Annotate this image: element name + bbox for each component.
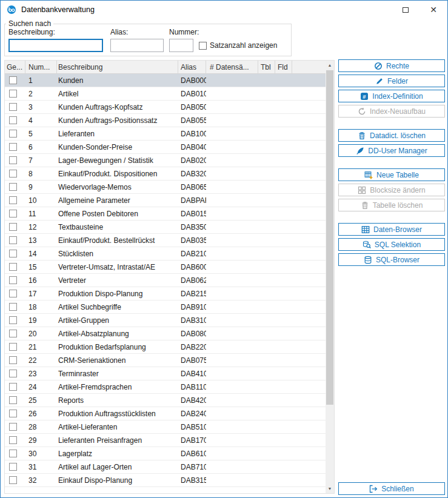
table-row[interactable]: 1 Kunden DAB000	[5, 74, 334, 87]
row-checkbox[interactable]	[9, 343, 17, 351]
row-checkbox[interactable]	[9, 223, 17, 231]
row-checkbox[interactable]	[9, 383, 17, 391]
neue-tabelle-button[interactable]: Neue Tabelle	[338, 168, 445, 181]
table-row[interactable]: 10 Allgemeine Parameter DABPAR	[5, 194, 334, 207]
alias-input[interactable]	[110, 39, 164, 52]
dd-user-manager-button[interactable]: DD-User Manager	[338, 144, 445, 157]
table-row[interactable]: 14 Stücklisten DAB210	[5, 247, 334, 261]
table-row[interactable]: 18 Artikel Suchbegriffe DAB910	[5, 300, 334, 314]
row-checkbox[interactable]	[9, 476, 17, 484]
table-row[interactable]: 13 Einkauf/Produkt. Bestellrückst DAB035	[5, 234, 334, 247]
daten-browser-button[interactable]: Daten-Browser	[338, 223, 445, 236]
table-row[interactable]: 8 Einkauf/Produkt. Dispositionen DAB320	[5, 167, 334, 181]
row-checkbox[interactable]	[9, 156, 17, 164]
row-checkbox[interactable]	[9, 450, 17, 457]
table-row[interactable]: 11 Offene Posten Debitoren DAB015	[5, 207, 334, 221]
nummer-input[interactable]	[169, 39, 193, 52]
table-row[interactable]: 15 Vertreter-Umsatz, Intrastat/AE DAB600	[5, 261, 334, 274]
beschreibung-input[interactable]	[8, 39, 103, 52]
table-row[interactable]: 25 Reports DAB420	[5, 394, 334, 407]
row-number-cell: 12	[25, 223, 57, 231]
table-row[interactable]: 30 Lagerplatz DAB610	[5, 447, 334, 460]
table-row[interactable]: 17 Produktion Dispo-Planung DAB215	[5, 287, 334, 300]
table-row[interactable]: 26 Produktion Auftragsstücklisten DAB240	[5, 407, 334, 420]
sql-browser-button[interactable]: SQL-Browser	[338, 253, 445, 266]
satzanzahl-checkbox[interactable]	[199, 42, 207, 50]
column-header-nummer[interactable]: Num...	[25, 61, 57, 73]
table-row[interactable]: 19 Artikel-Gruppen DAB310	[5, 314, 334, 327]
row-checkbox[interactable]	[9, 130, 17, 138]
row-checkbox[interactable]	[9, 196, 17, 204]
sql-selektion-button[interactable]: SQL Selektion	[338, 238, 445, 251]
maximize-button[interactable]	[392, 1, 420, 19]
table-row[interactable]: 6 Kunden-Sonder-Preise DAB040	[5, 141, 334, 154]
table-row[interactable]: 32 Einkauf Dispo-Planung DAB315	[5, 474, 334, 487]
row-checkbox[interactable]	[9, 183, 17, 191]
row-beschreibung-cell: Wiedervorlage-Memos	[57, 183, 178, 191]
row-alias-cell: DAB210	[178, 250, 206, 258]
rechte-button[interactable]: Rechte	[338, 59, 445, 72]
scroll-down-arrow-icon[interactable]: ▼	[326, 484, 334, 493]
row-checkbox[interactable]	[9, 116, 17, 124]
schliessen-button[interactable]: Schließen	[338, 482, 445, 495]
close-window-button[interactable]: ✕	[420, 1, 447, 19]
row-checkbox[interactable]	[9, 410, 17, 417]
row-checkbox[interactable]	[9, 316, 17, 324]
felder-button[interactable]: Felder	[338, 75, 445, 87]
row-checkbox[interactable]	[9, 330, 17, 337]
column-header-beschreibung[interactable]: Beschreibung	[57, 61, 178, 73]
column-header-tbl[interactable]: Tbl	[258, 61, 275, 73]
scroll-up-arrow-icon[interactable]: ▲	[326, 61, 334, 70]
row-alias-cell: DAB062	[178, 276, 206, 285]
table-row[interactable]: 31 Artikel auf Lager-Orten DAB710	[5, 460, 334, 474]
app-logo-icon	[7, 5, 16, 15]
pen-icon	[375, 77, 384, 85]
table-row[interactable]: 23 Terminraster DAB410	[5, 367, 334, 380]
row-checkbox[interactable]	[9, 250, 17, 257]
row-checkbox[interactable]	[9, 90, 17, 98]
column-header-alias[interactable]: Alias	[178, 61, 206, 73]
row-checkbox[interactable]	[9, 396, 17, 404]
table-row[interactable]: 12 Textbausteine DAB350	[5, 221, 334, 234]
table-row[interactable]: 9 Wiedervorlage-Memos DAB065	[5, 181, 334, 194]
table-row[interactable]: 28 Artikel-Lieferanten DAB510	[5, 420, 334, 434]
title-bar[interactable]: Datenbankverwaltung ✕	[1, 1, 447, 19]
row-checkbox[interactable]	[9, 210, 17, 217]
table-row[interactable]: 5 Lieferanten DAB100	[5, 127, 334, 141]
column-header-fld[interactable]: Fld	[275, 61, 292, 73]
table-row[interactable]: 24 Artikel-Fremdsprachen DAB110	[5, 380, 334, 394]
table-row[interactable]: 22 CRM-Serienaktionen DAB075	[5, 354, 334, 367]
table-row[interactable]: 20 Artikel-Absatzplanung DAB080	[5, 327, 334, 340]
row-checkbox[interactable]	[9, 463, 17, 471]
row-checkbox[interactable]	[9, 170, 17, 178]
table-row[interactable]: 2 Artikel DAB010	[5, 87, 334, 101]
row-checkbox[interactable]	[9, 370, 17, 377]
row-checkbox[interactable]	[9, 423, 17, 431]
index-definition-button[interactable]: Index-Definition	[338, 90, 445, 102]
row-checkbox[interactable]	[9, 436, 17, 444]
row-number-cell: 3	[25, 103, 57, 111]
row-checkbox[interactable]	[9, 103, 17, 111]
column-header-datensaetze[interactable]: # Datensä...	[206, 61, 258, 73]
scrollbar-thumb[interactable]	[326, 70, 333, 405]
satzanzahl-checkbox-wrap[interactable]: Satzanzahl anzeigen	[199, 41, 277, 50]
table-row[interactable]: 16 Vertreter DAB062	[5, 274, 334, 287]
vertical-scrollbar[interactable]: ▲ ▼	[326, 61, 334, 493]
row-checkbox[interactable]	[9, 263, 17, 271]
blocks-icon	[358, 186, 366, 194]
table-row[interactable]: 29 Lieferanten Preisanfragen DAB170	[5, 434, 334, 447]
table-row[interactable]: 7 Lager-Bewegungen / Statistik DAB020	[5, 154, 334, 167]
table-row[interactable]: 3 Kunden Auftrags-Kopfsatz DAB050	[5, 101, 334, 114]
column-header-check[interactable]: Ge...	[5, 61, 25, 73]
row-checkbox[interactable]	[9, 276, 17, 284]
row-checkbox[interactable]	[9, 76, 17, 84]
row-checkbox[interactable]	[9, 356, 17, 364]
row-number-cell: 28	[25, 423, 57, 431]
datadict-loeschen-button[interactable]: Datadict. löschen	[338, 129, 445, 142]
row-checkbox[interactable]	[9, 290, 17, 297]
table-row[interactable]: 21 Produktion Bedarfsplanung DAB220	[5, 340, 334, 354]
table-row[interactable]: 4 Kunden Auftrags-Positionssatz DAB055	[5, 114, 334, 127]
row-checkbox[interactable]	[9, 236, 17, 244]
row-checkbox[interactable]	[9, 303, 17, 311]
row-checkbox[interactable]	[9, 143, 17, 151]
